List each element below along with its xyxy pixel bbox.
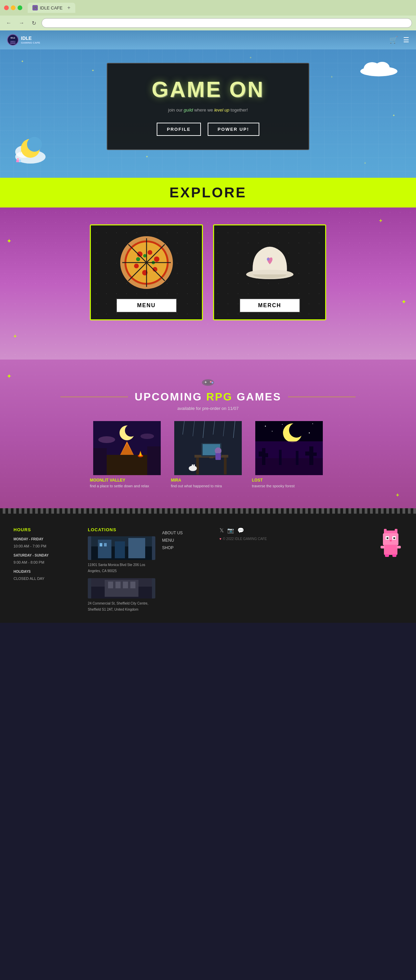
svg-point-37 bbox=[212, 382, 213, 383]
svg-rect-39 bbox=[205, 382, 206, 383]
powerup-button[interactable]: POWER UP! bbox=[208, 123, 259, 136]
plus-decoration: ✦ bbox=[7, 373, 11, 380]
game-name-2: MIRA bbox=[171, 478, 245, 482]
rpg-line-left bbox=[60, 397, 128, 397]
moon-decoration bbox=[14, 130, 54, 174]
cart-icon[interactable]: 🛒 bbox=[389, 36, 398, 44]
svg-rect-103 bbox=[123, 582, 128, 588]
hero-section: ✦ ✦ + + ✦ ✦ + ✦ GAME ON join our guild w… bbox=[0, 49, 416, 178]
svg-point-18 bbox=[148, 250, 152, 255]
pizza-illustration bbox=[119, 235, 173, 290]
logo-line2: GAMING CAFE bbox=[21, 41, 40, 45]
hero-subtitle: join our guild where we level up togethe… bbox=[117, 107, 299, 113]
svg-rect-116 bbox=[397, 546, 401, 549]
merch-button[interactable]: MERCH bbox=[240, 298, 300, 313]
site-header: IDLE GAMING IDLE GAMING CAFE 🛒 ☰ bbox=[0, 30, 416, 49]
footer-copyright: ♥ © 2022 IDLE GAMING CAFE bbox=[219, 537, 362, 541]
plus-decoration: + bbox=[14, 333, 17, 339]
about-us-link[interactable]: ABOUT US bbox=[162, 531, 213, 535]
instagram-icon[interactable]: 📷 bbox=[227, 527, 234, 534]
svg-rect-62 bbox=[196, 458, 199, 474]
svg-rect-53 bbox=[147, 446, 161, 475]
svg-rect-87 bbox=[305, 452, 309, 455]
menu-card: MENU bbox=[90, 224, 203, 320]
rpg-subtitle: available for pre-order on 11/07 bbox=[14, 406, 402, 411]
svg-text:GAMING: GAMING bbox=[10, 41, 16, 42]
rpg-games-grid: MOONLIT VALLEY find a place to settle do… bbox=[90, 421, 326, 488]
close-dot[interactable] bbox=[4, 5, 9, 10]
hero-buttons: PROFILE POWER UP! bbox=[117, 123, 299, 136]
svg-rect-105 bbox=[386, 531, 396, 533]
profile-button[interactable]: PROFILE bbox=[157, 123, 200, 136]
svg-rect-89 bbox=[279, 450, 282, 465]
rpg-title: UPCOMING RPG GAMES bbox=[135, 391, 281, 403]
svg-point-76 bbox=[312, 423, 313, 424]
refresh-button[interactable]: ↻ bbox=[30, 19, 38, 27]
star-decoration: ✦ bbox=[392, 113, 395, 117]
new-tab-button[interactable]: + bbox=[67, 5, 70, 11]
shop-link[interactable]: SHOP bbox=[162, 546, 213, 550]
explore-title: EXPLORE bbox=[7, 185, 409, 201]
website: IDLE GAMING IDLE GAMING CAFE 🛒 ☰ ✦ ✦ + +… bbox=[0, 30, 416, 623]
star-decoration: + bbox=[364, 161, 366, 165]
level-up-text: level up bbox=[214, 107, 229, 113]
hours-row-2-time: 9:00 AM - 8:00 PM bbox=[14, 559, 81, 566]
subtitle-pre: join our bbox=[168, 107, 184, 113]
svg-point-10 bbox=[27, 137, 42, 152]
menu-link[interactable]: MENU bbox=[162, 538, 213, 543]
cards-section: + + ✦ ✦ bbox=[0, 207, 416, 360]
svg-point-45 bbox=[140, 434, 154, 439]
menu-icon[interactable]: ☰ bbox=[403, 36, 409, 44]
svg-rect-114 bbox=[384, 545, 397, 555]
svg-rect-83 bbox=[262, 448, 265, 465]
rpg-section: UPCOMING RPG GAMES available for pre-ord… bbox=[0, 360, 416, 508]
hat-illustration bbox=[243, 240, 297, 285]
svg-rect-95 bbox=[128, 538, 145, 558]
hours-row-1-time: 10:00 AM - 7:00 PM bbox=[14, 543, 81, 550]
rpg-game-card-1: MOONLIT VALLEY find a place to settle do… bbox=[90, 421, 164, 488]
svg-rect-108 bbox=[383, 533, 399, 546]
svg-point-36 bbox=[210, 381, 212, 383]
minimize-dot[interactable] bbox=[11, 5, 16, 10]
cloud-decoration bbox=[359, 59, 399, 78]
guild-text: guild bbox=[184, 107, 193, 113]
browser-dots bbox=[4, 5, 22, 10]
browser-tab[interactable]: 🎮 IDLE CAFE + bbox=[28, 3, 75, 13]
star-decoration: ✦ bbox=[21, 59, 24, 63]
plus-decoration: + bbox=[396, 492, 399, 498]
svg-point-19 bbox=[154, 256, 159, 262]
menu-button[interactable]: MENU bbox=[116, 298, 177, 313]
rpg-icon bbox=[14, 377, 402, 388]
svg-point-6 bbox=[375, 62, 390, 74]
svg-point-78 bbox=[309, 433, 310, 434]
rpg-title-line: UPCOMING RPG GAMES bbox=[14, 391, 402, 403]
logo-line1: IDLE bbox=[21, 35, 40, 41]
rpg-title-pre: UPCOMING bbox=[135, 391, 206, 403]
tab-favicon: 🎮 bbox=[32, 5, 38, 11]
svg-rect-94 bbox=[115, 541, 125, 558]
star-decoration: ✦ bbox=[146, 155, 148, 159]
plus-decoration: ✦ bbox=[402, 299, 406, 305]
svg-rect-115 bbox=[381, 546, 384, 549]
twitter-icon[interactable]: 𝕏 bbox=[219, 527, 224, 534]
subtitle-mid: where we bbox=[193, 107, 214, 113]
maximize-dot[interactable] bbox=[17, 5, 22, 10]
svg-point-25 bbox=[143, 254, 146, 258]
address-bar[interactable] bbox=[41, 18, 412, 28]
rpg-title-post: GAMES bbox=[233, 391, 281, 403]
location-image-2 bbox=[88, 578, 155, 598]
svg-rect-11 bbox=[16, 160, 19, 162]
logo-area: IDLE GAMING IDLE GAMING CAFE bbox=[7, 34, 40, 46]
discord-icon[interactable]: 💬 bbox=[237, 527, 244, 534]
svg-rect-63 bbox=[224, 458, 227, 474]
logo-icon: IDLE GAMING bbox=[7, 34, 19, 46]
footer-social-section: 𝕏 📷 💬 ♥ © 2022 IDLE GAMING CAFE bbox=[219, 527, 362, 612]
footer-grid: HOURS MONDAY - FRIDAY 10:00 AM - 7:00 PM… bbox=[14, 527, 402, 612]
forward-button[interactable]: → bbox=[17, 19, 26, 27]
game-image-2 bbox=[171, 421, 245, 475]
back-button[interactable]: ← bbox=[4, 19, 14, 27]
svg-point-22 bbox=[134, 264, 139, 268]
svg-point-0 bbox=[8, 35, 18, 45]
merch-card-image bbox=[221, 232, 318, 293]
svg-point-77 bbox=[272, 431, 273, 431]
